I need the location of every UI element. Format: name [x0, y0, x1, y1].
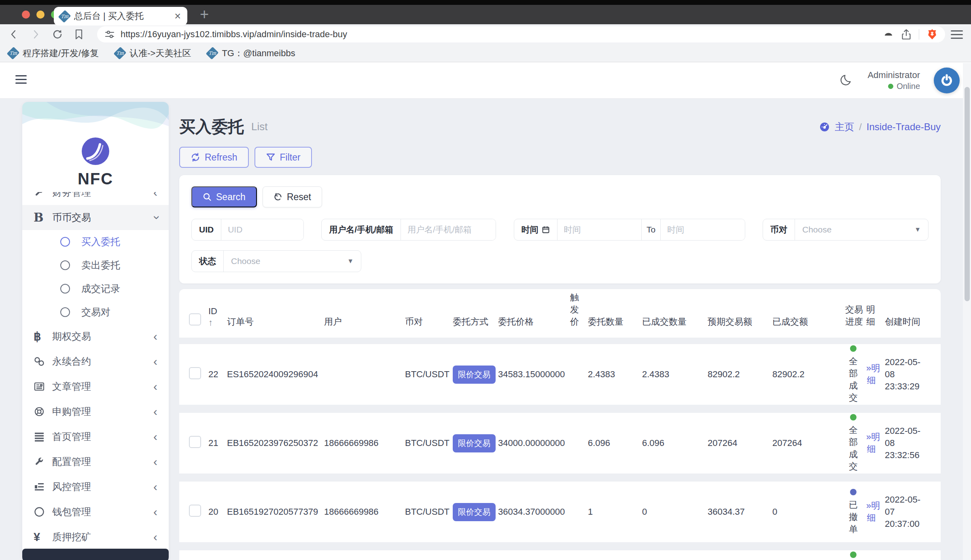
- wrench-icon: [34, 192, 52, 198]
- uid-filter-group: UID: [191, 219, 304, 241]
- row-checkbox[interactable]: [189, 505, 201, 517]
- sidebar-item-options-trading[interactable]: ฿ 期权交易 ‹: [22, 324, 169, 349]
- cell-pair: BTC/USDT: [405, 507, 453, 517]
- cell-expected-value: 36034.37: [708, 507, 772, 517]
- time-filter-group: 时间 To: [514, 219, 745, 241]
- search-button[interactable]: Search: [191, 186, 257, 207]
- forward-icon[interactable]: [30, 29, 41, 40]
- brave-shield-icon[interactable]: [926, 28, 938, 40]
- site-settings-icon[interactable]: [104, 29, 115, 40]
- uid-label: UID: [192, 219, 221, 240]
- row-checkbox[interactable]: [189, 436, 201, 448]
- tab-close-icon[interactable]: ×: [174, 11, 181, 22]
- time-from-input[interactable]: [558, 219, 641, 240]
- cell-created-time: 2022-05-08 23:33:29: [885, 356, 930, 393]
- reset-button[interactable]: Reset: [263, 186, 322, 207]
- row-checkbox[interactable]: [189, 367, 201, 379]
- col-filled-amount: 已成交数量: [642, 316, 708, 328]
- detail-link[interactable]: »明细: [866, 362, 876, 387]
- sort-asc-icon[interactable]: ↑: [208, 317, 227, 328]
- status-dot: [850, 489, 857, 495]
- admin-username: Administrator: [867, 69, 920, 81]
- tab-favicon: Tm: [58, 10, 71, 23]
- sidebar-item-spot-trading[interactable]: B 币币交易 ‹: [22, 205, 169, 230]
- bookmark-item[interactable]: Tm TG：@tianmeibbs: [208, 47, 295, 59]
- sidebar-item-staking-mining[interactable]: ¥ 质押挖矿 ‹: [22, 524, 169, 549]
- select-all-checkbox[interactable]: [189, 313, 201, 325]
- extension-icon[interactable]: [883, 29, 894, 40]
- bookmark-item[interactable]: Tm 程序搭建/开发/修复: [9, 47, 99, 59]
- tab-title: 总后台 | 买入委托: [74, 10, 169, 22]
- refresh-icon: [191, 152, 200, 162]
- col-order-type: 委托方式: [453, 316, 498, 328]
- close-window-button[interactable]: [22, 11, 30, 19]
- sidebar-subitem-sell-orders[interactable]: 卖出委托: [22, 254, 169, 277]
- back-icon[interactable]: [8, 29, 19, 40]
- status-text: 全部成交: [848, 424, 859, 473]
- user-input[interactable]: [401, 219, 496, 240]
- cell-price: 36034.37000000: [498, 507, 570, 517]
- detail-link[interactable]: »明细: [866, 500, 876, 524]
- share-icon[interactable]: [901, 29, 912, 40]
- breadcrumb-home-link[interactable]: 主页: [835, 120, 854, 133]
- pair-filter-group: 币对 Choose ▼: [763, 219, 929, 241]
- yen-icon: ¥: [34, 530, 40, 544]
- bookmark-favicon: Tm: [206, 47, 219, 60]
- orders-table: ID↑ 订单号 用户 币对 委托方式 委托价格 触发价 委托数量 已成交数量 预…: [179, 289, 941, 560]
- sidebar-item-homepage-management[interactable]: 首页管理 ‹: [22, 424, 169, 449]
- sidebar-item-risk-management[interactable]: 风控管理 ‹: [22, 474, 169, 499]
- new-tab-button[interactable]: +: [200, 6, 209, 23]
- status-text: 全部成交: [848, 355, 859, 404]
- lifebuoy-icon: [34, 406, 52, 417]
- admin-info[interactable]: Administrator Online: [867, 69, 920, 92]
- minimize-window-button[interactable]: [36, 11, 45, 19]
- col-amount: 委托数量: [588, 316, 642, 328]
- pair-select[interactable]: Choose ▼: [795, 219, 928, 240]
- app-header: Administrator Online: [0, 62, 971, 99]
- sidebar-item-finance[interactable]: 财务管理 ‹: [22, 192, 169, 205]
- pair-label: 币对: [763, 219, 795, 240]
- cell-price: 34583.15000000: [498, 369, 570, 380]
- sidebar-item-article-management[interactable]: 文章管理 ‹: [22, 374, 169, 399]
- avatar[interactable]: [934, 68, 960, 93]
- filter-panel: Search Reset UID 用户名/手机/邮箱 时间: [179, 175, 941, 283]
- sidebar-item-subscription-management[interactable]: 申购管理 ‹: [22, 399, 169, 424]
- time-to-input[interactable]: [661, 219, 744, 240]
- time-to-separator: To: [641, 219, 661, 240]
- sidebar-item-wallet-management[interactable]: 钱包管理 ‹: [22, 499, 169, 524]
- scrollbar-thumb[interactable]: [965, 87, 970, 301]
- uid-input[interactable]: [221, 219, 303, 240]
- detail-link[interactable]: »明细: [866, 431, 876, 455]
- sidebar-subitem-buy-orders[interactable]: 买入委托: [22, 230, 169, 254]
- cell-amount: 1: [588, 507, 642, 517]
- filter-button[interactable]: Filter: [254, 147, 312, 168]
- bookmark-flag-icon[interactable]: [74, 29, 84, 40]
- col-filled-value: 已成交额: [772, 316, 845, 328]
- chain-link-icon: [34, 356, 52, 367]
- sidebar-item-perpetual-contracts[interactable]: 永续合约 ‹: [22, 349, 169, 374]
- app-logo-text: NFC: [22, 170, 169, 188]
- dark-mode-moon-icon[interactable]: [839, 73, 854, 88]
- sidebar-subitem-trade-records[interactable]: 成交记录: [22, 277, 169, 300]
- newspaper-icon: [34, 381, 52, 392]
- sidebar-item-config-management[interactable]: 配置管理 ‹: [22, 449, 169, 474]
- wrench-icon: [34, 456, 52, 467]
- breadcrumb-current[interactable]: Inside-Trade-Buy: [867, 121, 941, 133]
- bookmark-item[interactable]: Tm 认准->天美社区: [116, 47, 191, 59]
- status-label: 状态: [192, 251, 224, 272]
- browser-menu-icon[interactable]: [951, 30, 963, 39]
- sidebar-subitem-trading-pairs[interactable]: 交易对: [22, 300, 169, 324]
- col-id[interactable]: ID↑: [208, 306, 227, 328]
- status-select[interactable]: Choose ▼: [224, 251, 361, 272]
- cell-id: 20: [208, 507, 227, 517]
- table-row: 21 EB1652023976250372 18666669986 BTC/US…: [179, 413, 941, 473]
- cell-created-time: 2022-05-08 23:32:56: [885, 425, 930, 461]
- bookmark-favicon: Tm: [7, 47, 20, 60]
- sidebar-toggle-icon[interactable]: [15, 75, 27, 84]
- browser-tab[interactable]: Tm 总后台 | 买入委托 ×: [54, 7, 187, 25]
- trade-progress: 全部成交: [845, 552, 861, 560]
- reload-icon[interactable]: [52, 29, 63, 40]
- url-bar[interactable]: https://16yuyan-jys102.timibbs.vip/admin…: [97, 26, 945, 42]
- refresh-button[interactable]: Refresh: [179, 147, 249, 168]
- order-type-badge: 限价交易: [453, 434, 496, 452]
